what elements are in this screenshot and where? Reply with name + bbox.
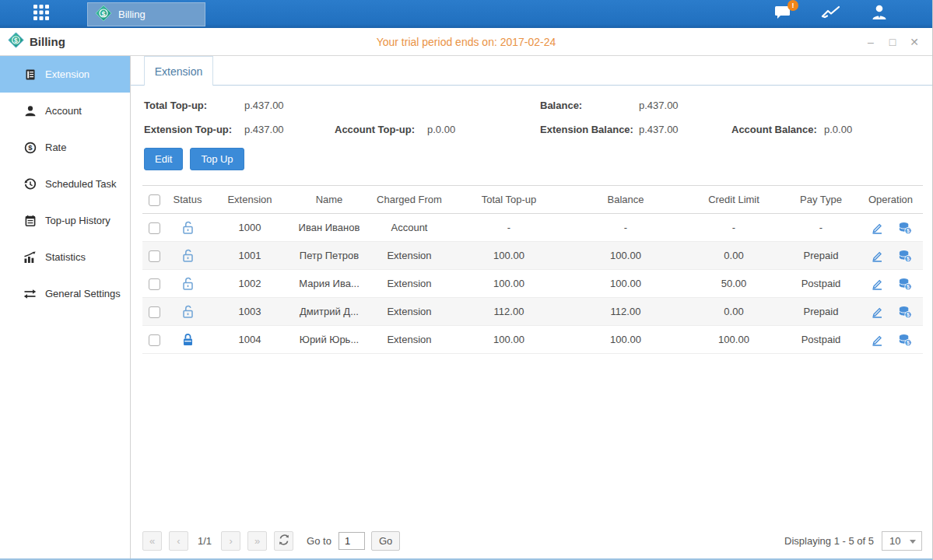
apps-grid-icon <box>32 3 51 25</box>
edit-button[interactable]: Edit <box>144 148 183 170</box>
general-settings-icon <box>23 287 37 300</box>
unlock-icon <box>181 276 195 292</box>
svg-text:$: $ <box>907 312 910 318</box>
row-checkbox[interactable] <box>149 278 160 290</box>
topup-coins-icon[interactable]: $ <box>898 333 912 347</box>
account-balance-label: Account Balance: <box>731 124 824 135</box>
unlock-icon <box>181 304 195 320</box>
extension-topup-label: Extension Top-up: <box>144 124 244 135</box>
sidebar-item-scheduled-task[interactable]: Scheduled Task <box>0 166 130 202</box>
operation-cell: $ <box>858 270 923 298</box>
svg-text:$: $ <box>907 340 910 346</box>
sidebar-item-label: Statistics <box>45 251 86 263</box>
sidebar-item-statistics[interactable]: Statistics <box>0 239 130 275</box>
app-launcher-button[interactable] <box>0 0 82 28</box>
column-header-operation: Operation <box>858 186 923 214</box>
page-size-select[interactable]: 10 <box>882 531 922 551</box>
toolbar: Edit Top Up <box>144 148 932 170</box>
checkbox-cell <box>142 214 166 242</box>
page-indicator: 1/1 <box>198 535 212 547</box>
last-page-button[interactable]: » <box>247 531 267 551</box>
unlock-icon <box>181 220 195 236</box>
sidebar-item-general-settings[interactable]: General Settings <box>0 275 130 312</box>
status-cell <box>166 298 209 326</box>
edit-icon[interactable] <box>870 277 884 291</box>
topup-history-icon <box>23 214 37 227</box>
minimize-button[interactable]: – <box>864 35 878 49</box>
extension-cell: 1003 <box>209 298 290 326</box>
sidebar-item-account[interactable]: Account <box>0 93 130 129</box>
edit-icon[interactable] <box>870 249 884 263</box>
prev-page-button[interactable]: ‹ <box>169 531 188 551</box>
svg-text:$: $ <box>101 9 105 17</box>
edit-icon[interactable] <box>870 221 884 235</box>
next-page-button[interactable]: › <box>221 531 240 551</box>
checkbox-cell <box>142 242 166 270</box>
first-page-button[interactable]: « <box>142 531 162 551</box>
scheduled-task-icon <box>23 177 37 191</box>
select-all-checkbox[interactable] <box>149 194 160 206</box>
tab-strip: Extension <box>131 56 932 86</box>
extension-topup-value: p.437.00 <box>244 124 335 135</box>
row-checkbox[interactable] <box>149 222 160 234</box>
column-header-credit-limit: Credit Limit <box>684 186 784 214</box>
total-topup-label: Total Top-up: <box>144 100 244 111</box>
column-header-extension: Extension <box>209 186 290 214</box>
balance-label: Balance: <box>540 100 639 111</box>
checkbox-cell <box>142 298 166 326</box>
sidebar-item-label: Account <box>45 105 82 117</box>
row-checkbox[interactable] <box>149 306 160 318</box>
goto-page-input[interactable] <box>338 532 365 550</box>
topup-button[interactable]: Top Up <box>190 148 244 170</box>
credit-limit-cell: - <box>684 214 784 242</box>
operation-cell: $ <box>858 214 923 242</box>
operation-cell: $ <box>858 298 923 326</box>
credit-limit-cell: 0.00 <box>684 242 784 270</box>
billing-diamond-icon: $ <box>8 32 24 51</box>
checkbox-cell <box>142 326 166 354</box>
name-cell: Дмитрий Д... <box>290 298 368 326</box>
billing-diamond-icon: $ <box>95 5 112 25</box>
topup-coins-icon[interactable]: $ <box>898 305 912 319</box>
chevron-down-icon <box>910 540 916 544</box>
column-header-balance: Balance <box>567 186 684 214</box>
refresh-button[interactable] <box>274 531 293 551</box>
charged-from-cell: Extension <box>368 270 451 298</box>
go-button[interactable]: Go <box>371 531 400 551</box>
sidebar-item-extension[interactable]: Extension <box>0 56 130 93</box>
row-checkbox[interactable] <box>149 334 160 346</box>
topup-coins-icon[interactable]: $ <box>898 249 912 263</box>
total-topup-cell: - <box>451 214 567 242</box>
balance-value: p.437.00 <box>639 100 932 111</box>
row-checkbox[interactable] <box>149 250 160 262</box>
name-cell: Мария Ива... <box>290 270 368 298</box>
maximize-button[interactable]: □ <box>886 35 900 49</box>
status-cell <box>166 326 209 354</box>
sidebar-item-rate[interactable]: $Rate <box>0 129 130 166</box>
svg-text:$: $ <box>907 228 910 234</box>
topup-coins-icon[interactable]: $ <box>898 277 912 291</box>
notifications-button[interactable]: ! <box>773 5 793 23</box>
tab-extension[interactable]: Extension <box>144 56 213 86</box>
extension-cell: 1002 <box>209 270 290 298</box>
monitor-button[interactable] <box>821 5 841 23</box>
user-menu-button[interactable] <box>869 5 889 23</box>
edit-icon[interactable] <box>870 333 884 347</box>
extension-cell: 1001 <box>209 242 290 270</box>
status-cell <box>166 270 209 298</box>
close-button[interactable]: ✕ <box>907 35 921 49</box>
table-header-row: StatusExtensionNameCharged FromTotal Top… <box>142 186 923 214</box>
column-header-pay-type: Pay Type <box>784 186 858 214</box>
table-row: 1001Петр ПетровExtension100.00100.000.00… <box>142 242 923 270</box>
pagination-bar: « ‹ 1/1 › » Go to Go Displaying 1 - <box>142 531 922 551</box>
charged-from-cell: Account <box>368 214 451 242</box>
extension-cell: 1004 <box>209 326 290 354</box>
table-row: 1002Мария Ива...Extension100.00100.0050.… <box>142 270 923 298</box>
balance-cell: 100.00 <box>567 326 684 354</box>
sidebar-item-top-up-history[interactable]: Top-up History <box>0 202 130 239</box>
edit-icon[interactable] <box>870 305 884 319</box>
topup-coins-icon[interactable]: $ <box>898 221 912 235</box>
app-tab-billing[interactable]: $ Billing <box>87 2 205 26</box>
credit-limit-cell: 50.00 <box>684 270 784 298</box>
balance-cell: - <box>567 214 684 242</box>
